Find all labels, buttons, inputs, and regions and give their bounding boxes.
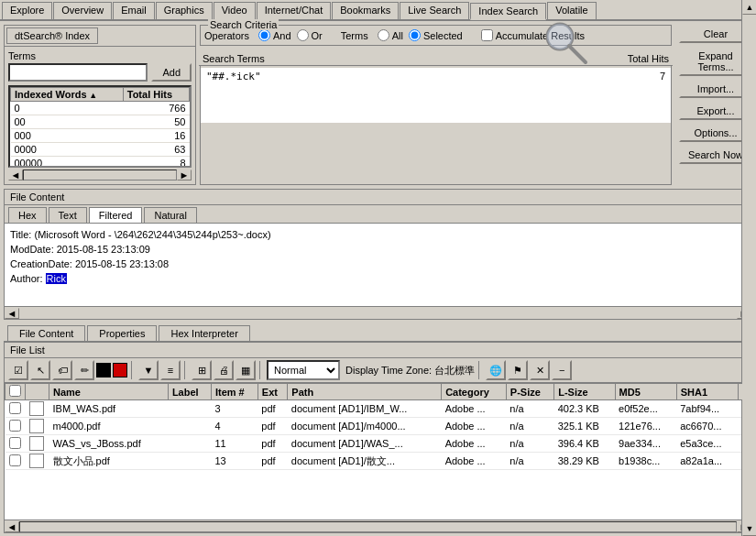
index-scroll[interactable]: Indexed Words Total Hits 076600500001600… — [8, 85, 192, 168]
index-body: Terms Add Indexed Words Total Hits 07660… — [5, 47, 195, 184]
col-icon[interactable] — [26, 384, 49, 400]
tb-separator-3 — [259, 361, 263, 379]
file-hscroll-left[interactable]: ◄ — [5, 521, 19, 532]
normal-select[interactable]: Normal — [267, 360, 340, 380]
hscroll-right[interactable]: ► — [177, 170, 192, 180]
indexed-words-col[interactable]: Indexed Words — [11, 88, 124, 102]
terms-input[interactable] — [8, 63, 148, 82]
file-table-row[interactable]: IBM_WAS.pdf 3 pdf document [AD1]/IBM_W..… — [5, 400, 751, 418]
prop-tab-properties[interactable]: Properties — [87, 325, 157, 341]
fc-tab-filtered[interactable]: Filtered — [89, 207, 143, 223]
col-label[interactable]: Label — [168, 384, 211, 400]
row-checkbox[interactable] — [9, 420, 21, 432]
col-lsize[interactable]: L-Size — [554, 384, 615, 400]
total-hits-col[interactable]: Total Hits — [123, 88, 189, 102]
fc-line-moddate: ModDate: 2015-08-15 23:13:09 — [10, 242, 746, 257]
tab-graphics[interactable]: Graphics — [156, 2, 213, 19]
row-checkbox-cell[interactable] — [5, 400, 26, 418]
fc-tab-hex[interactable]: Hex — [8, 207, 47, 223]
col-category[interactable]: Category — [442, 384, 507, 400]
index-table-row[interactable]: 0766 — [11, 102, 190, 115]
index-tab[interactable]: dtSearch® Index — [6, 27, 98, 44]
index-table-row[interactable]: 0050 — [11, 115, 190, 129]
tb-dropdown-icon[interactable]: ▼ — [138, 360, 159, 380]
col-extra[interactable] — [739, 384, 751, 400]
file-hscroll-track — [19, 521, 737, 532]
col-psize[interactable]: P-Size — [506, 384, 553, 400]
tb-copy-icon[interactable]: ⊞ — [192, 360, 212, 380]
index-table-row[interactable]: 000063 — [11, 143, 190, 157]
tb-close-icon[interactable]: ✕ — [530, 360, 550, 380]
accumulate-checkbox[interactable] — [481, 29, 493, 41]
tab-live-search[interactable]: Live Search — [400, 2, 469, 19]
row-checkbox-cell[interactable] — [5, 418, 26, 435]
fc-tab-text[interactable]: Text — [49, 207, 87, 223]
file-table-wrapper[interactable]: Name Label Item # Ext Path Category P-Si… — [5, 383, 751, 520]
fc-tab-natural[interactable]: Natural — [144, 207, 196, 223]
hscroll-left[interactable]: ◄ — [8, 170, 23, 180]
col-sha1[interactable]: SHA1 — [676, 384, 738, 400]
prop-tab-hex-interpreter[interactable]: Hex Interpreter — [159, 325, 249, 341]
select-all-checkbox[interactable] — [9, 385, 21, 397]
prop-tab-file-content[interactable]: File Content — [7, 325, 85, 341]
index-table-row[interactable]: 000008 — [11, 157, 190, 169]
col-md5[interactable]: MD5 — [615, 384, 676, 400]
tab-overview[interactable]: Overview — [53, 2, 112, 19]
col-name[interactable]: Name — [49, 384, 169, 400]
fc-scroll-down[interactable]: ▼ — [742, 521, 756, 536]
tab-volatile[interactable]: Volatile — [547, 2, 596, 19]
tab-internet-chat[interactable]: Internet/Chat — [257, 2, 332, 19]
fc-scrollbar[interactable]: ▲ ▼ — [741, 0, 756, 536]
tb-check-icon[interactable]: ☑ — [8, 360, 28, 380]
fc-scroll-up[interactable]: ▲ — [742, 0, 756, 15]
row-checkbox[interactable] — [9, 402, 21, 414]
row-checkbox[interactable] — [9, 454, 21, 466]
file-content-with-scroll: Title: (Microsoft Word - \264\262\244\34… — [5, 224, 751, 306]
add-button[interactable]: Add — [151, 63, 192, 82]
tb-pencil-icon[interactable]: ✏ — [74, 360, 94, 380]
tb-print-icon[interactable]: 🖨 — [214, 360, 234, 380]
col-check[interactable] — [5, 384, 26, 400]
file-table-row[interactable]: m4000.pdf 4 pdf document [AD1]/m4000... … — [5, 418, 751, 435]
tb-flag-icon[interactable]: ⚑ — [508, 360, 528, 380]
index-table-row[interactable]: 00016 — [11, 129, 190, 143]
tb-tz-icon[interactable]: 🌐 — [486, 360, 506, 380]
row-ext: pdf — [257, 418, 288, 435]
tb-tag-icon[interactable]: 🏷 — [52, 360, 72, 380]
tab-bookmarks[interactable]: Bookmarks — [332, 2, 399, 19]
tb-minus-icon[interactable]: − — [552, 360, 572, 380]
row-checkbox-cell[interactable] — [5, 453, 26, 470]
row-checkbox-cell[interactable] — [5, 435, 26, 453]
tb-list-icon[interactable]: ≡ — [160, 360, 181, 380]
op-or-option[interactable]: Or — [297, 29, 323, 41]
op-and-option[interactable]: And — [258, 29, 291, 41]
col-path[interactable]: Path — [288, 384, 442, 400]
op-and-radio[interactable] — [258, 29, 270, 41]
terms-all-radio[interactable] — [378, 29, 389, 41]
col-item[interactable]: Item # — [211, 384, 257, 400]
file-table-row[interactable]: 散文小品.pdf 13 pdf document [AD1]/散文... Ado… — [5, 453, 751, 470]
tb-separator-2 — [184, 361, 188, 379]
tab-explore[interactable]: Explore — [2, 2, 52, 19]
color-swatch-black[interactable] — [96, 363, 111, 377]
terms-selected-option[interactable]: Selected — [409, 29, 463, 41]
tab-index-search[interactable]: Index Search — [470, 3, 546, 20]
terms-selected-radio[interactable] — [409, 29, 421, 41]
row-category: Adobe ... — [442, 400, 507, 418]
row-category: Adobe ... — [442, 453, 507, 470]
hscroll-track — [23, 170, 177, 180]
tb-cursor-icon[interactable]: ↖ — [30, 360, 50, 380]
color-swatch-red[interactable] — [113, 363, 127, 377]
op-or-radio[interactable] — [297, 29, 309, 41]
row-md5: 121e76... — [615, 418, 676, 435]
file-table-row[interactable]: WAS_vs_JBoss.pdf 11 pdf document [AD1]/W… — [5, 435, 751, 453]
row-name: 散文小品.pdf — [49, 453, 169, 470]
row-checkbox[interactable] — [9, 437, 21, 449]
fc-hscroll-left[interactable]: ◄ — [5, 308, 19, 319]
search-term-hits: 7 — [660, 71, 665, 82]
terms-all-option[interactable]: All — [378, 29, 403, 41]
tab-video[interactable]: Video — [214, 2, 256, 19]
tab-email[interactable]: Email — [113, 2, 155, 19]
col-ext[interactable]: Ext — [257, 384, 288, 400]
tb-layout-icon[interactable]: ▦ — [236, 360, 256, 380]
